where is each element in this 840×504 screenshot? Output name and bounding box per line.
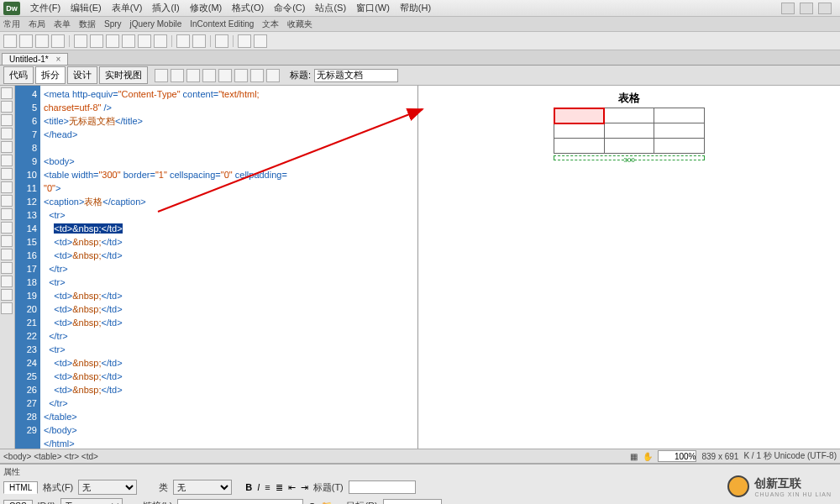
panel-tab[interactable]: 收藏夹 — [287, 18, 312, 30]
inspect-icon[interactable] — [171, 69, 184, 82]
layout-icon[interactable] — [781, 3, 795, 14]
refresh-icon[interactable] — [186, 69, 200, 82]
more-icon[interactable] — [254, 34, 267, 48]
menu-item[interactable]: 帮助(H) — [395, 0, 436, 16]
table-cell[interactable] — [604, 108, 654, 123]
syntax-error-icon[interactable] — [1, 195, 13, 207]
panel-tab[interactable]: Spry — [104, 19, 122, 29]
code-line[interactable]: <caption>表格</caption> — [44, 195, 414, 208]
validate-icon[interactable] — [250, 69, 264, 82]
highlight-invalid-icon[interactable] — [1, 168, 13, 180]
menu-item[interactable]: 表单(V) — [107, 0, 148, 16]
browse-icon[interactable]: 📁 — [321, 501, 333, 505]
code-line[interactable]: </body> — [44, 423, 414, 437]
date-icon[interactable] — [122, 34, 135, 48]
panel-tab[interactable]: 数据 — [79, 18, 96, 30]
table-cell[interactable] — [554, 123, 605, 139]
menu-item[interactable]: 编辑(E) — [66, 0, 107, 16]
panel-tab[interactable]: jQuery Mobile — [130, 19, 182, 29]
html-tab[interactable]: HTML — [3, 481, 38, 494]
code-line[interactable]: </head> — [44, 128, 414, 141]
hand-tool-icon[interactable]: ✋ — [643, 452, 653, 461]
view-mode-button[interactable]: 实时视图 — [99, 66, 148, 84]
code-line[interactable]: <table width="300" border="1" cellspacin… — [44, 168, 414, 181]
code-line[interactable]: <td>&nbsp;</td> — [44, 235, 414, 249]
code-line[interactable]: <td>&nbsp;</td> — [44, 383, 414, 396]
code-line[interactable]: </tr> — [44, 396, 414, 410]
code-line[interactable]: charset=utf-8" /> — [44, 101, 414, 114]
code-line[interactable]: <title>无标题文档</title> — [44, 114, 414, 128]
image-icon[interactable] — [74, 34, 87, 48]
panel-tab[interactable]: 表单 — [54, 18, 71, 30]
view-mode-button[interactable]: 设计 — [67, 66, 97, 84]
menu-item[interactable]: 窗口(W) — [351, 0, 395, 16]
zoom-input[interactable] — [658, 450, 696, 462]
search-icon[interactable] — [800, 3, 813, 14]
outdent-icon[interactable] — [1, 289, 13, 301]
code-line[interactable]: <body> — [44, 155, 414, 168]
code-line[interactable]: <meta http-equiv="Content-Type" content=… — [44, 87, 414, 101]
recent-snippets-icon[interactable] — [1, 249, 13, 260]
check-browser-icon[interactable] — [266, 69, 280, 82]
outdent-icon[interactable]: ⇤ — [288, 482, 296, 493]
server-icon[interactable] — [138, 34, 151, 48]
live-code-icon[interactable] — [155, 69, 168, 82]
visual-aids-icon[interactable] — [234, 69, 248, 82]
apply-comment-icon[interactable] — [1, 208, 13, 220]
table-row[interactable] — [554, 123, 705, 139]
script-icon[interactable] — [192, 34, 206, 48]
code-line[interactable]: "0"> — [44, 181, 414, 195]
collapse-icon[interactable] — [1, 101, 13, 113]
preview-browser-icon[interactable] — [218, 69, 232, 82]
word-wrap-icon[interactable] — [1, 181, 13, 193]
menu-item[interactable]: 格式(O) — [227, 0, 269, 16]
select-tool-icon[interactable]: ▦ — [630, 452, 638, 461]
move-css-icon[interactable] — [1, 262, 13, 274]
indent-icon[interactable]: ⇥ — [301, 482, 308, 493]
code-line[interactable]: <tr> — [44, 208, 414, 222]
code-line[interactable]: <td>&nbsp;</td> — [44, 316, 414, 329]
anchor-icon[interactable] — [35, 34, 49, 48]
code-line[interactable]: </tr> — [44, 329, 414, 343]
table-cell[interactable] — [654, 123, 705, 139]
head-icon[interactable] — [176, 34, 190, 48]
indent-icon[interactable] — [1, 276, 13, 287]
id-select[interactable]: 无 — [60, 498, 123, 504]
email-icon[interactable] — [19, 34, 33, 48]
cslive-icon[interactable] — [818, 3, 832, 14]
code-line[interactable]: </table> — [44, 410, 414, 423]
italic-icon[interactable]: I — [257, 482, 260, 492]
code-line[interactable]: <td>&nbsp;</td> — [44, 289, 414, 302]
code-editor[interactable]: <meta http-equiv="Content-Type" content=… — [40, 86, 417, 449]
media-icon[interactable] — [90, 34, 103, 48]
hyperlink-icon[interactable] — [3, 34, 17, 48]
table-row[interactable] — [554, 139, 705, 154]
table-cell[interactable] — [654, 139, 705, 154]
code-line[interactable]: </html> — [44, 437, 414, 450]
menu-item[interactable]: 插入(I) — [147, 0, 184, 16]
code-line[interactable]: <td>&nbsp;</td> — [44, 249, 414, 262]
code-line[interactable]: <tr> — [44, 276, 414, 289]
balance-braces-icon[interactable] — [1, 141, 13, 153]
table-cell[interactable] — [604, 123, 654, 139]
table-cell[interactable] — [654, 108, 705, 123]
css-tab[interactable]: CSS — [3, 500, 33, 505]
remove-comment-icon[interactable] — [1, 222, 13, 234]
format-select[interactable]: 无 — [78, 480, 137, 495]
open-docs-icon[interactable] — [1, 87, 13, 99]
view-mode-button[interactable]: 代码 — [3, 66, 34, 84]
code-line[interactable] — [44, 141, 414, 155]
code-line[interactable]: <tr> — [44, 343, 414, 356]
widget-icon[interactable] — [106, 34, 119, 48]
table-cell-selected[interactable] — [554, 108, 605, 123]
menu-item[interactable]: 文件(F) — [25, 0, 66, 16]
layout-selector[interactable] — [781, 3, 837, 14]
code-line[interactable]: <td>&nbsp;</td> — [44, 302, 414, 316]
code-line[interactable]: <td>&nbsp;</td> — [44, 356, 414, 370]
panel-tab[interactable]: InContext Editing — [190, 19, 254, 29]
tag-chooser-icon[interactable] — [238, 34, 251, 48]
code-line[interactable]: <td>&nbsp;</td> — [44, 222, 414, 235]
target-input[interactable] — [383, 499, 442, 504]
table-cell[interactable] — [604, 139, 654, 154]
class-select[interactable]: 无 — [173, 480, 232, 495]
